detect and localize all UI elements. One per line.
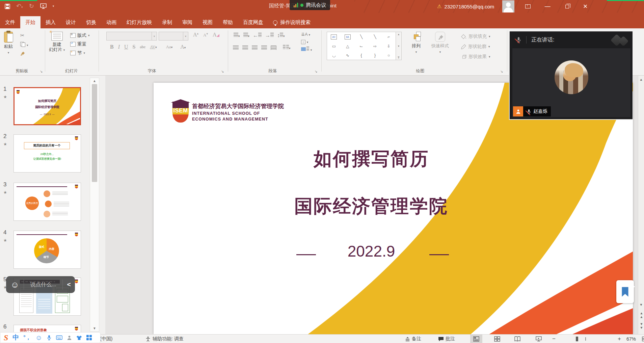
strikethrough-button[interactable]: S <box>133 44 136 50</box>
tell-me-search[interactable]: 操作说明搜索 <box>268 16 315 28</box>
thumbnail-slide-4[interactable]: 版式 内容 细节 <box>14 231 81 269</box>
font-name-combo[interactable]: ▾ <box>106 32 157 41</box>
font-dialog-launcher[interactable]: ↘ <box>221 70 224 73</box>
tab-home[interactable]: 开始 <box>20 16 41 28</box>
align-center-button[interactable] <box>242 46 248 50</box>
arrange-button[interactable]: 排列▾ <box>411 32 421 55</box>
tab-slideshow[interactable]: 幻灯片放映 <box>122 16 157 28</box>
scroll-up-icon[interactable]: ▲ <box>93 79 96 83</box>
shape-outline-button[interactable]: 形状轮廓▾ <box>461 43 490 51</box>
tab-baidu-netdisk[interactable]: 百度网盘 <box>238 16 268 28</box>
bold-button[interactable]: B <box>110 44 114 50</box>
accessibility-status[interactable]: 辅助功能: 调查 <box>145 335 184 343</box>
skin-icon[interactable] <box>76 335 82 340</box>
bookmark-floating-button[interactable] <box>616 280 634 303</box>
zoom-in-button[interactable]: + <box>618 335 621 343</box>
paragraph-dialog-launcher[interactable]: ↘ <box>315 70 317 73</box>
bullets-button[interactable]: ▾ <box>234 32 240 38</box>
input-mode-chinese[interactable]: 中 <box>12 333 19 342</box>
clear-formatting-button[interactable]: A◢ <box>213 32 219 38</box>
layout-button[interactable]: ≣版式▾ <box>70 32 90 38</box>
tab-animations[interactable]: 动画 <box>101 16 122 28</box>
redo-icon[interactable]: ↻ <box>29 2 34 10</box>
thumbnail-slide-2[interactable]: 简历的目的只有一个 20秒之内， 让面试官想要见你一面! <box>14 134 81 173</box>
emoji-icon[interactable]: ☺ <box>6 280 24 290</box>
slideshow-from-start-icon[interactable] <box>40 3 47 9</box>
scroll-down-icon[interactable]: ▼ <box>93 326 96 330</box>
convert-smartart-button[interactable]: ▾ <box>301 47 312 52</box>
shapes-gallery-scrollbar[interactable]: ▴▾⊽ <box>396 32 402 60</box>
shape-fill-button[interactable]: 形状填充▾ <box>461 32 490 41</box>
shapes-gallery[interactable]: A≡‖A╲╲⌐ ▭△⌙⇨⇩ ◡∿{}○ <box>327 32 396 60</box>
zoom-slider-thumb[interactable] <box>576 337 578 341</box>
tencent-meeting-badge[interactable]: 腾讯会议 <box>290 0 330 10</box>
view-reading-button[interactable] <box>511 335 524 343</box>
input-method-icon[interactable] <box>67 335 72 340</box>
previous-slide-button[interactable]: ▲▲ <box>640 311 643 319</box>
account-email[interactable]: 2320718055@qq.com <box>444 4 494 9</box>
clipboard-dialog-launcher[interactable]: ↘ <box>40 70 43 73</box>
warning-icon[interactable]: ⚠ <box>437 3 441 9</box>
thumbnail-slide-1[interactable]: 如何撰写简历 国际经济管理学院 — 2022.9 — <box>14 87 81 125</box>
decrease-indent-button[interactable]: ← <box>253 32 262 38</box>
new-slide-button[interactable]: 新建幻灯片 ▾ <box>49 32 65 53</box>
minimize-button[interactable]: — <box>540 0 555 13</box>
line-spacing-button[interactable]: ↕▾ <box>277 32 285 38</box>
justify-button[interactable] <box>261 46 267 50</box>
shrink-font-button[interactable]: A▾ <box>203 32 208 38</box>
comments-button[interactable]: 批注 <box>438 335 455 343</box>
meeting-chat-bar[interactable]: ☺ 说点什么... < <box>6 276 75 293</box>
view-normal-button[interactable] <box>470 335 482 343</box>
tab-transitions[interactable]: 切换 <box>81 16 101 28</box>
scroll-down-icon[interactable]: ▼ <box>640 303 643 307</box>
paste-button[interactable]: 粘贴▾ <box>4 32 13 55</box>
slide-date[interactable]: 2022.9 <box>154 242 589 260</box>
next-slide-button[interactable]: ▼▼ <box>640 322 643 329</box>
grow-font-button[interactable]: A▴ <box>193 32 198 38</box>
soft-keyboard-icon[interactable] <box>56 335 62 340</box>
format-painter-button[interactable] <box>20 50 28 56</box>
text-direction-button[interactable]: ⇊A ▾ <box>301 32 312 37</box>
view-slide-sorter-button[interactable] <box>491 335 503 343</box>
fit-to-window-button[interactable] <box>639 335 644 343</box>
shape-effects-button[interactable]: 形状效果▾ <box>461 53 490 61</box>
reset-button[interactable]: ↺重置 <box>70 41 90 47</box>
change-case-button[interactable]: Aa▾ <box>166 44 172 50</box>
notes-button[interactable]: 备注 <box>405 335 421 343</box>
emoji-picker-icon[interactable]: ☺ <box>35 334 42 342</box>
slide-title-line2[interactable]: 国际经济管理学院 <box>154 194 589 219</box>
tencent-meeting-panel[interactable]: 正在讲话: 赵嘉烁 <box>509 31 633 120</box>
tab-review[interactable]: 审阅 <box>177 16 197 28</box>
align-text-button[interactable]: ↕ ▾ <box>301 39 312 44</box>
numbering-button[interactable]: ▾ <box>243 32 250 38</box>
scroll-up-icon[interactable]: ▲ <box>640 78 643 81</box>
mic-muted-icon[interactable] <box>516 36 521 43</box>
tab-design[interactable]: 设计 <box>61 16 81 28</box>
columns-button[interactable]: ▾ <box>283 45 291 51</box>
close-button[interactable]: × <box>578 0 593 13</box>
slide-editor[interactable]: ISEM 首都经济贸易大学国际经济管理学院 INTERNATIONAL SCHO… <box>154 83 633 334</box>
increase-indent-button[interactable]: → <box>265 32 274 38</box>
copy-button[interactable]: ▾ <box>20 42 28 47</box>
punctuation-mode[interactable]: °， <box>23 334 31 341</box>
thumbnail-scrollbar[interactable]: ▲ ▼ <box>90 78 99 332</box>
underline-button[interactable]: U <box>124 44 128 50</box>
italic-button[interactable]: I <box>118 44 120 50</box>
scrollbar-thumb[interactable] <box>92 84 97 182</box>
undo-icon[interactable]: ↶▾ <box>16 2 23 10</box>
restore-button[interactable] <box>560 0 574 13</box>
customize-qat-icon[interactable]: ▾ <box>53 4 54 8</box>
view-slideshow-button[interactable] <box>533 335 545 343</box>
ribbon-display-options-button[interactable] <box>520 0 535 13</box>
collapse-chat-icon[interactable]: < <box>63 281 75 288</box>
character-spacing-button[interactable]: AV▾ <box>150 45 157 50</box>
save-icon[interactable] <box>5 3 10 9</box>
cut-button[interactable]: ✂ <box>20 32 28 38</box>
zoom-out-button[interactable]: − <box>552 335 556 343</box>
distribute-button[interactable] <box>271 46 276 50</box>
main-scrollbar[interactable]: ▲ ▼ ▲▲ ▼▼ <box>638 76 644 334</box>
align-right-button[interactable] <box>252 46 258 50</box>
quick-styles-button[interactable]: 快速样式▾ <box>431 32 449 55</box>
slide-title-line1[interactable]: 如何撰写简历 <box>154 147 589 172</box>
zoom-level[interactable]: 67% <box>626 335 636 343</box>
